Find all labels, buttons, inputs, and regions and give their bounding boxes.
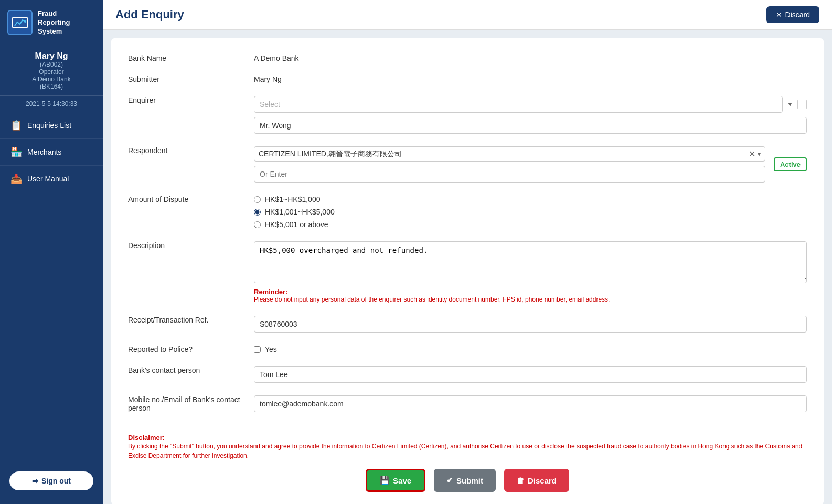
respondent-tag: CERTIZEN LIMITED,翱晉電子商務有限公司 <box>259 149 749 159</box>
bank-name-value: A Demo Bank <box>254 51 807 62</box>
sidebar-item-label-user-manual: User Manual <box>27 175 69 183</box>
reported-checkbox[interactable] <box>254 346 261 353</box>
page-header: Add Enquiry ✕ Discard <box>103 0 832 30</box>
amount-radio-group: HK$1~HK$1,000 HK$1,001~HK$5,000 HK$5,001… <box>254 195 807 229</box>
amount-option-2[interactable]: HK$1,001~HK$5,000 <box>254 208 807 216</box>
sidebar-item-merchants[interactable]: 🏪 Merchants <box>0 139 103 166</box>
signout-label: Sign out <box>41 477 71 485</box>
discard-label: Discard <box>528 476 557 485</box>
sidebar-datetime: 2021-5-5 14:30:33 <box>0 96 103 112</box>
amount-radio-3[interactable] <box>254 221 261 228</box>
user-bank: A Demo Bank <box>5 76 98 83</box>
respondent-label: Respondent <box>128 143 254 155</box>
discard-button[interactable]: 🗑 Discard <box>504 469 569 492</box>
reminder-title: Reminder: <box>254 288 807 296</box>
reported-label: Reported to Police? <box>128 342 254 353</box>
enquirer-name-input[interactable] <box>254 117 807 134</box>
sidebar: Fraud Reporting System Mary Ng (AB002) O… <box>0 0 103 504</box>
amount-label-1: HK$1~HK$1,000 <box>265 195 320 203</box>
description-field: HK$5,000 overcharged and not refunded. R… <box>254 238 807 303</box>
enquiries-icon: 📋 <box>10 120 22 131</box>
reminder-body: Please do not input any personal data of… <box>254 296 807 303</box>
active-badge: Active <box>774 157 807 171</box>
respondent-field: CERTIZEN LIMITED,翱晉電子商務有限公司 ✕ ▾ Active <box>254 143 807 183</box>
receipt-input[interactable] <box>254 316 807 333</box>
enquirer-field: Select ▼ <box>254 93 807 134</box>
amount-label: Amount of Dispute <box>128 192 254 203</box>
discard-button-top[interactable]: ✕ Discard <box>766 6 819 23</box>
reported-checkbox-label[interactable]: Yes <box>254 345 807 353</box>
user-info: Mary Ng (AB002) Operator A Demo Bank (BK… <box>0 44 103 96</box>
sidebar-item-label-enquiries: Enquiries List <box>27 121 71 130</box>
respondent-select-row: CERTIZEN LIMITED,翱晉電子商務有限公司 ✕ ▾ <box>254 146 765 162</box>
bank-name-row: Bank Name A Demo Bank <box>128 51 807 62</box>
form-container: Bank Name A Demo Bank Submitter Mary Ng … <box>111 38 824 504</box>
form-divider <box>128 423 807 423</box>
mobile-email-input[interactable] <box>254 395 807 412</box>
user-bk: (BK164) <box>5 83 98 90</box>
submitter-row: Submitter Mary Ng <box>128 72 807 83</box>
enquirer-select-wrap: Select ▼ <box>254 96 807 113</box>
amount-option-3[interactable]: HK$5,001 or above <box>254 220 807 229</box>
select-arrow-icon: ▼ <box>787 101 793 108</box>
respondent-wrap: CERTIZEN LIMITED,翱晉電子商務有限公司 ✕ ▾ <box>254 146 765 183</box>
respondent-clear-icon[interactable]: ✕ <box>749 149 755 159</box>
enquirer-label: Enquirer <box>128 93 254 104</box>
receipt-row: Receipt/Transaction Ref. <box>128 313 807 333</box>
submit-label: Submit <box>456 476 483 485</box>
description-row: Description HK$5,000 overcharged and not… <box>128 238 807 303</box>
respondent-or-enter-input[interactable] <box>254 166 765 183</box>
amount-radio-2[interactable] <box>254 209 261 216</box>
mobile-email-row: Mobile no./Email of Bank's contact perso… <box>128 392 807 412</box>
bank-name-label: Bank Name <box>128 51 254 62</box>
app-logo-icon <box>7 10 33 35</box>
save-button[interactable]: 💾 Save <box>366 469 425 492</box>
amount-options: HK$1~HK$1,000 HK$1,001~HK$5,000 HK$5,001… <box>254 192 807 229</box>
signout-area: ➡ Sign out <box>0 463 103 499</box>
amount-radio-1[interactable] <box>254 196 261 203</box>
amount-label-2: HK$1,001~HK$5,000 <box>265 208 335 216</box>
submit-icon: ✔ <box>446 476 453 485</box>
save-label: Save <box>393 476 411 485</box>
discard-icon: 🗑 <box>517 476 525 485</box>
sidebar-item-label-merchants: Merchants <box>27 148 61 156</box>
sidebar-item-enquiries[interactable]: 📋 Enquiries List <box>0 112 103 139</box>
description-label: Description <box>128 238 254 250</box>
mobile-email-label: Mobile no./Email of Bank's contact perso… <box>128 392 254 412</box>
reported-row: Reported to Police? Yes <box>128 342 807 353</box>
sidebar-logo: Fraud Reporting System <box>0 0 103 44</box>
reminder: Reminder: Please do not input any person… <box>254 288 807 303</box>
amount-option-1[interactable]: HK$1~HK$1,000 <box>254 195 807 203</box>
svg-point-1 <box>24 20 26 23</box>
merchants-icon: 🏪 <box>10 146 22 158</box>
discard-top-icon: ✕ <box>776 10 782 19</box>
submit-button[interactable]: ✔ Submit <box>434 469 496 492</box>
respondent-row: Respondent CERTIZEN LIMITED,翱晉電子商務有限公司 ✕… <box>128 143 807 183</box>
signout-button[interactable]: ➡ Sign out <box>9 471 93 490</box>
amount-label-3: HK$5,001 or above <box>265 220 328 229</box>
submitter-label: Submitter <box>128 72 254 83</box>
page-title: Add Enquiry <box>115 8 184 22</box>
svg-rect-0 <box>13 17 27 28</box>
receipt-field <box>254 313 807 333</box>
reported-yes-label: Yes <box>265 345 277 353</box>
user-role: Operator <box>5 68 98 76</box>
user-name: Mary Ng <box>5 51 98 61</box>
contact-person-row: Bank's contact person <box>128 363 807 383</box>
user-manual-icon: 📥 <box>10 173 22 185</box>
save-icon: 💾 <box>380 476 390 485</box>
disclaimer: Disclaimer: By clicking the "Submit" but… <box>128 434 807 460</box>
amount-row: Amount of Dispute HK$1~HK$1,000 HK$1,001… <box>128 192 807 229</box>
enquirer-checkbox[interactable] <box>797 100 807 109</box>
app-title: Fraud Reporting System <box>38 9 70 36</box>
receipt-label: Receipt/Transaction Ref. <box>128 313 254 324</box>
contact-person-label: Bank's contact person <box>128 363 254 374</box>
sidebar-item-user-manual[interactable]: 📥 User Manual <box>0 166 103 192</box>
enquirer-select[interactable]: Select <box>254 96 783 113</box>
description-textarea[interactable]: HK$5,000 overcharged and not refunded. <box>254 241 807 283</box>
contact-person-input[interactable] <box>254 366 807 383</box>
contact-person-field <box>254 363 807 383</box>
submitter-value: Mary Ng <box>254 72 807 83</box>
reported-field: Yes <box>254 342 807 353</box>
respondent-dropdown-icon[interactable]: ▾ <box>758 151 761 158</box>
